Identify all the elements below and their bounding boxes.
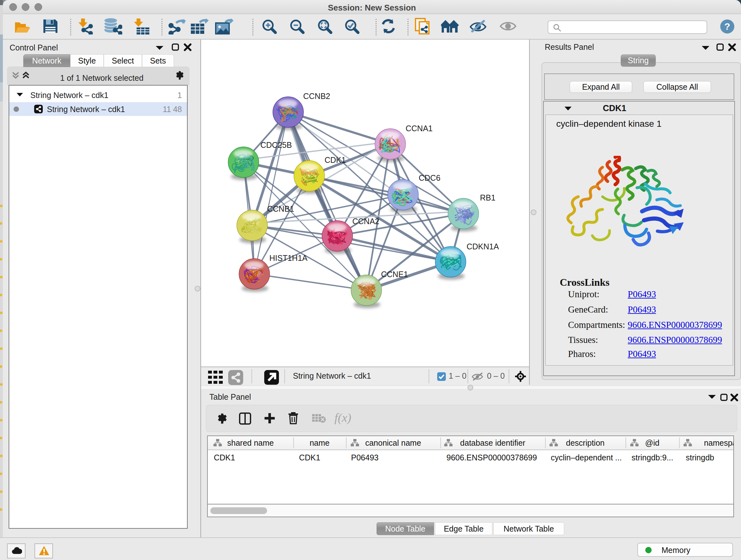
svg-text:CDKN1A: CDKN1A [467,242,499,251]
svg-text:CCNB2: CCNB2 [303,91,330,101]
svg-text:CDC6: CDC6 [419,173,441,182]
svg-text:HIST1H1A: HIST1H1A [269,253,308,262]
svg-text:RB1: RB1 [480,193,495,202]
svg-text:?: ? [724,21,730,32]
svg-text:f(x): f(x) [334,411,351,425]
svg-text:CCNE1: CCNE1 [381,270,408,279]
svg-text:CCNB1: CCNB1 [267,204,294,213]
svg-text:CCNA2: CCNA2 [352,217,380,226]
svg-text:CCNA1: CCNA1 [406,124,433,133]
svg-text:CDK1: CDK1 [325,155,346,165]
svg-text:CDC25B: CDC25B [260,140,292,149]
